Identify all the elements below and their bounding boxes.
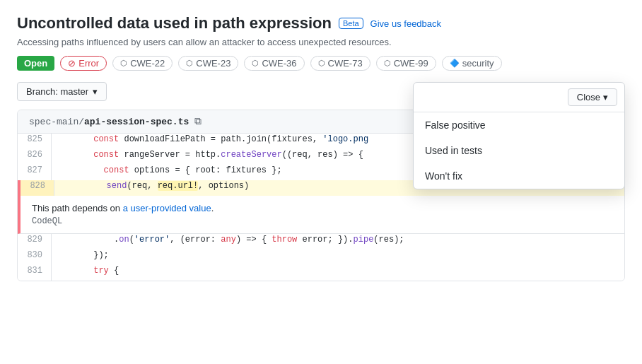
- chevron-down-icon: ▾: [93, 86, 98, 97]
- alert-text: This path depends on a user-provided val…: [32, 203, 613, 213]
- alert-box: This path depends on a user-provided val…: [18, 196, 624, 234]
- tag-icon: ⬡: [120, 59, 127, 68]
- line-number: 827: [18, 165, 52, 180]
- alert-link[interactable]: a user-provided value: [123, 203, 211, 213]
- branch-selector[interactable]: Branch: master ▾: [17, 82, 107, 101]
- tag-icon: ⬡: [384, 59, 391, 68]
- line-content: });: [52, 249, 624, 265]
- dropdown-header: Close ▾: [414, 83, 624, 112]
- title-row: Uncontrolled data used in path expressio…: [17, 14, 625, 33]
- file-path: spec-main/api-session-spec.ts: [29, 117, 189, 127]
- tag-error[interactable]: ⊘ Error: [60, 56, 107, 71]
- line-number: 829: [18, 234, 52, 249]
- tag-cwe-36[interactable]: ⬡ CWE-36: [244, 56, 304, 71]
- tag-cwe-23-label: CWE-23: [196, 58, 230, 69]
- close-label: Close: [577, 92, 600, 102]
- copy-icon[interactable]: ⧉: [194, 116, 202, 127]
- close-button[interactable]: Close ▾: [568, 88, 617, 106]
- file-name: api-session-spec.ts: [84, 117, 189, 127]
- tag-icon: ⬡: [186, 59, 193, 68]
- subtitle: Accessing paths influenced by users can …: [17, 37, 625, 47]
- file-path-prefix: spec-main/: [29, 117, 84, 127]
- tag-security[interactable]: 🔷 security: [442, 56, 502, 71]
- feedback-link[interactable]: Give us feedback: [370, 18, 441, 29]
- tags-row: Open ⊘ Error ⬡ CWE-22 ⬡ CWE-23 ⬡ CWE-36 …: [17, 56, 625, 71]
- tag-cwe-73[interactable]: ⬡ CWE-73: [310, 56, 370, 71]
- page-title: Uncontrolled data used in path expressio…: [17, 14, 332, 33]
- line-number: 831: [18, 265, 52, 281]
- dropdown-item-used-in-tests[interactable]: Used in tests: [414, 138, 624, 163]
- table-row: 830 });: [18, 249, 624, 265]
- page-header: Uncontrolled data used in path expressio…: [17, 14, 625, 47]
- table-row: 829 .on('error', (error: any) => { throw…: [18, 234, 624, 249]
- ban-icon: ⊘: [68, 58, 76, 69]
- line-content: try {: [52, 265, 624, 281]
- tag-cwe-22[interactable]: ⬡ CWE-22: [112, 56, 173, 71]
- beta-badge: Beta: [339, 18, 363, 29]
- line-content: .on('error', (error: any) => { throw err…: [52, 234, 624, 249]
- controls-row: Branch: master ▾ Close ▾ False positive …: [17, 82, 625, 101]
- tag-cwe-99-label: CWE-99: [394, 58, 428, 69]
- alert-text-after: .: [211, 203, 214, 213]
- line-number: 826: [18, 149, 52, 165]
- alert-source: CodeQL: [32, 216, 613, 226]
- dropdown-item-wont-fix[interactable]: Won't fix: [414, 163, 624, 189]
- tag-icon: ⬡: [252, 59, 259, 68]
- tag-security-label: security: [462, 58, 494, 69]
- chevron-down-icon: ▾: [603, 92, 608, 102]
- tag-icon: ⬡: [318, 59, 325, 68]
- line-number: 825: [18, 134, 52, 149]
- tag-cwe-73-label: CWE-73: [328, 58, 363, 69]
- shield-icon: 🔷: [450, 59, 460, 68]
- tag-cwe-22-label: CWE-22: [130, 58, 165, 69]
- line-number: 830: [18, 249, 52, 265]
- tag-cwe-99[interactable]: ⬡ CWE-99: [376, 56, 436, 71]
- tag-error-label: Error: [78, 58, 99, 69]
- tag-open[interactable]: Open: [17, 56, 54, 71]
- tag-cwe-23[interactable]: ⬡ CWE-23: [178, 56, 238, 71]
- dismiss-dropdown: Close ▾ False positive Used in tests Won…: [413, 82, 625, 189]
- alert-text-before: This path depends on: [32, 203, 123, 213]
- table-row: 831 try {: [18, 265, 624, 281]
- tag-cwe-36-label: CWE-36: [262, 58, 296, 69]
- line-number: 828: [21, 180, 54, 196]
- dropdown-item-false-positive[interactable]: False positive: [414, 112, 624, 138]
- branch-label: Branch: master: [26, 86, 88, 97]
